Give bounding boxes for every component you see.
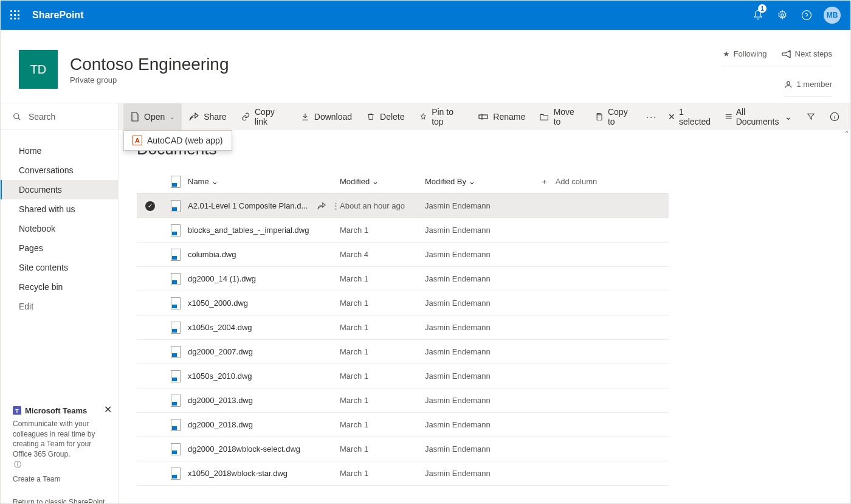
delete-button[interactable]: Delete xyxy=(359,103,412,130)
table-row[interactable]: x1050s_2004.dwgMarch 1Jasmin Endemann xyxy=(137,316,669,340)
table-row[interactable]: dg2000_2018.dwgMarch 1Jasmin Endemann xyxy=(137,413,669,437)
app-launcher-icon[interactable] xyxy=(5,5,25,25)
brand-label[interactable]: SharePoint xyxy=(32,10,83,21)
pin-button[interactable]: Pin to top xyxy=(412,103,472,130)
rename-button[interactable]: Rename xyxy=(471,103,532,130)
site-logo[interactable]: TD xyxy=(19,50,58,89)
user-avatar[interactable]: MB xyxy=(824,7,841,24)
col-file-icon[interactable] xyxy=(164,176,188,188)
scroll-up-icon[interactable]: ⌃ xyxy=(844,130,849,137)
row-checkbox[interactable] xyxy=(145,371,155,381)
col-modifiedby[interactable]: Modified By⌄ xyxy=(425,177,540,186)
search-box[interactable]: Search xyxy=(1,103,118,130)
file-name[interactable]: dg2000_2013.dwg xyxy=(188,396,340,405)
info-button[interactable] xyxy=(824,112,846,122)
table-row[interactable]: blocks_and_tables_-_imperial.dwgMarch 1J… xyxy=(137,218,669,243)
add-column[interactable]: ＋ Add column xyxy=(540,176,638,187)
table-row[interactable]: dg2000_2013.dwgMarch 1Jasmin Endemann xyxy=(137,388,669,413)
table-row[interactable]: x1050_2000.dwgMarch 1Jasmin Endemann xyxy=(137,291,669,316)
create-team-link[interactable]: Create a Team xyxy=(13,475,106,483)
svg-rect-2 xyxy=(18,10,19,12)
col-modified-label: Modified xyxy=(340,177,370,186)
row-checkbox[interactable] xyxy=(145,299,155,308)
row-more-icon[interactable]: ⋮ xyxy=(332,201,340,210)
following-button[interactable]: ★ Following xyxy=(723,49,767,58)
nav-item-recycle-bin[interactable]: Recycle bin xyxy=(1,277,118,297)
promo-title: Microsoft Teams xyxy=(25,406,87,415)
file-name[interactable]: blocks_and_tables_-_imperial.dwg xyxy=(188,226,340,235)
table-row[interactable]: columbia.dwgMarch 4Jasmin Endemann xyxy=(137,243,669,267)
share-icon xyxy=(189,112,199,121)
copylink-button[interactable]: Copy link xyxy=(234,103,294,130)
col-modified[interactable]: Modified⌄ xyxy=(340,177,425,186)
view-selector[interactable]: All Documents ⌄ xyxy=(719,107,798,126)
return-classic-link[interactable]: Return to classic SharePoint xyxy=(1,492,118,504)
table-row[interactable]: dg2000_2018wblock-select.dwgMarch 1Jasmi… xyxy=(137,437,669,461)
file-icon xyxy=(171,468,181,480)
file-icon xyxy=(171,200,181,212)
close-icon[interactable]: ✕ xyxy=(104,404,112,415)
file-name[interactable]: dg2000_14 (1).dwg xyxy=(188,274,340,283)
file-modified: March 1 xyxy=(340,469,425,478)
file-icon xyxy=(171,419,181,431)
nav-item-home[interactable]: Home xyxy=(1,141,118,161)
nav-item-shared-with-us[interactable]: Shared with us xyxy=(1,199,118,219)
nav-item-documents[interactable]: Documents xyxy=(1,180,118,199)
table-row[interactable]: dg2000_2007.dwgMarch 1Jasmin Endemann xyxy=(137,340,669,364)
file-modified: March 1 xyxy=(340,299,425,308)
members-link[interactable]: 1 member xyxy=(784,80,832,89)
file-name[interactable]: A2.01-Level 1 Composite Plan.d...⋮ xyxy=(188,201,340,210)
settings-button[interactable] xyxy=(770,1,794,30)
nav-edit[interactable]: Edit xyxy=(1,297,118,316)
file-name[interactable]: dg2000_2018wblock-select.dwg xyxy=(188,444,340,454)
row-checkbox[interactable] xyxy=(145,250,155,260)
nav-item-site-contents[interactable]: Site contents xyxy=(1,258,118,277)
next-steps-button[interactable]: Next steps xyxy=(782,49,832,58)
open-button[interactable]: Open ⌄ A AutoCAD (web app) xyxy=(123,103,182,130)
row-checkbox[interactable] xyxy=(145,396,155,406)
row-checkbox[interactable] xyxy=(145,323,155,333)
file-name[interactable]: x1050_2000.dwg xyxy=(188,299,340,308)
file-name[interactable]: dg2000_2018.dwg xyxy=(188,420,340,429)
nav-item-notebook[interactable]: Notebook xyxy=(1,219,118,238)
copylink-label: Copy link xyxy=(255,107,286,126)
following-label: Following xyxy=(734,49,767,58)
more-button[interactable]: ··· xyxy=(641,103,662,130)
clear-selection[interactable]: ✕ 1 selected xyxy=(662,107,717,126)
file-name[interactable]: dg2000_2007.dwg xyxy=(188,347,340,356)
table-row[interactable]: x1050s_2010.dwgMarch 1Jasmin Endemann xyxy=(137,364,669,388)
row-checkbox[interactable]: ✓ xyxy=(145,201,155,211)
filter-button[interactable] xyxy=(801,112,821,121)
download-button[interactable]: Download xyxy=(294,103,359,130)
table-row[interactable]: x1050_2018wblock-star.dwgMarch 1Jasmin E… xyxy=(137,461,669,486)
selected-count-label: 1 selected xyxy=(679,107,711,126)
nav-item-conversations[interactable]: Conversations xyxy=(1,161,118,180)
add-column-label: Add column xyxy=(556,177,598,186)
notifications-button[interactable]: 1 xyxy=(746,1,770,30)
file-name[interactable]: x1050s_2004.dwg xyxy=(188,323,340,332)
svg-rect-16 xyxy=(598,115,602,120)
file-name[interactable]: x1050s_2010.dwg xyxy=(188,371,340,381)
share-button[interactable]: Share xyxy=(182,103,233,130)
row-checkbox[interactable] xyxy=(145,420,155,430)
row-checkbox[interactable] xyxy=(145,347,155,357)
file-name[interactable]: x1050_2018wblock-star.dwg xyxy=(188,469,340,478)
file-icon xyxy=(171,346,181,358)
row-checkbox[interactable] xyxy=(145,226,155,235)
open-menu-item[interactable]: AutoCAD (web app) xyxy=(147,136,223,145)
nav-item-pages[interactable]: Pages xyxy=(1,238,118,258)
help-button[interactable] xyxy=(794,1,819,30)
site-title[interactable]: Contoso Engineering xyxy=(70,55,229,74)
table-row[interactable]: dg2000_14 (1).dwgMarch 1Jasmin Endemann xyxy=(137,267,669,291)
file-name[interactable]: columbia.dwg xyxy=(188,250,340,259)
row-checkbox[interactable] xyxy=(145,444,155,454)
table-row[interactable]: ✓A2.01-Level 1 Composite Plan.d...⋮About… xyxy=(137,194,669,218)
copyto-button[interactable]: Copy to xyxy=(588,103,641,130)
col-name[interactable]: Name⌄ xyxy=(188,177,340,186)
row-checkbox[interactable] xyxy=(145,274,155,284)
row-checkbox[interactable] xyxy=(145,469,155,478)
share-icon[interactable] xyxy=(317,202,326,210)
view-label: All Documents xyxy=(736,107,781,126)
moveto-button[interactable]: Move to xyxy=(532,103,588,130)
file-icon xyxy=(131,112,139,122)
